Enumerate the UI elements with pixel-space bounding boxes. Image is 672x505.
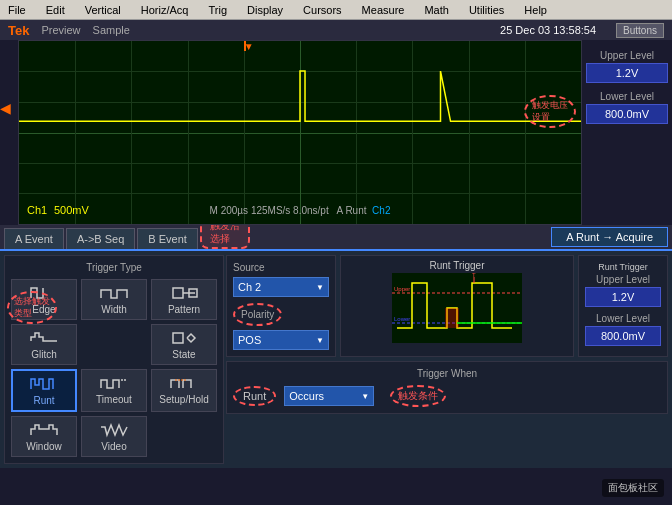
level-arrow-icon: ◀ — [0, 100, 11, 116]
watermark: 面包板社区 — [602, 479, 664, 497]
polarity-dropdown[interactable]: POS ▼ — [233, 330, 329, 350]
scope-grid: ▼ Ch1 500mV M 200µs 125MS/s 8.0ns/pt A R… — [18, 40, 582, 225]
ch1-value: 500mV — [54, 204, 89, 216]
menu-display[interactable]: Display — [243, 4, 287, 16]
source-dropdown[interactable]: Ch 2 ▼ — [233, 277, 329, 297]
occurs-dropdown-arrow: ▼ — [361, 392, 369, 401]
bottom-panel: Trigger Type Edge Width — [0, 251, 672, 468]
upper-level-label: Upper Level — [586, 50, 668, 61]
waveform-display — [19, 41, 581, 197]
lower-level-button[interactable]: 800.0mV — [586, 104, 668, 124]
source-polarity-panel: Source Ch 2 ▼ Polarity POS ▼ — [226, 255, 336, 357]
acquire-button[interactable]: A Runt → Acquire — [551, 227, 668, 247]
upper-level-button[interactable]: 1.2V — [586, 63, 668, 83]
menu-file[interactable]: File — [4, 4, 30, 16]
menu-trig[interactable]: Trig — [204, 4, 231, 16]
trigger-btn-glitch[interactable]: Glitch — [11, 324, 77, 365]
top-trigger-row: Source Ch 2 ▼ Polarity POS ▼ — [226, 255, 668, 357]
tab-a-b-seq[interactable]: A->B Seq — [66, 228, 135, 249]
menu-math[interactable]: Math — [420, 4, 452, 16]
trigger-when-row: Runt Occurs ▼ 触发条件 — [233, 385, 661, 407]
svg-rect-9 — [445, 308, 459, 328]
menu-vertical[interactable]: Vertical — [81, 4, 125, 16]
menu-horiz[interactable]: Horiz/Acq — [137, 4, 193, 16]
datetime-display: 25 Dec 03 13:58:54 — [500, 24, 596, 36]
left-panel: ◀ — [0, 40, 18, 225]
polarity-dropdown-arrow: ▼ — [316, 336, 324, 345]
right-trigger-panel: Source Ch 2 ▼ Polarity POS ▼ — [226, 255, 668, 464]
tab-b-event[interactable]: B Event — [137, 228, 198, 249]
level-panel-right: Runt Trigger Upper Level 1.2V Lower Leve… — [578, 255, 668, 357]
trigger-when-title: Trigger When — [233, 368, 661, 379]
trigger-type-title: Trigger Type — [11, 262, 217, 273]
trigger-btn-runt[interactable]: Runt — [11, 369, 77, 412]
svg-rect-3 — [173, 333, 183, 343]
svg-text:Lower: Lower — [394, 316, 410, 322]
lower-level-label: Lower Level — [586, 91, 668, 102]
source-dropdown-arrow: ▼ — [316, 283, 324, 292]
occurs-dropdown[interactable]: Occurs ▼ — [284, 386, 374, 406]
runt-upper-level-button[interactable]: 1.2V — [585, 287, 661, 307]
trigger-type-grid: Edge Width Pattern — [11, 279, 217, 457]
trigger-btn-pattern[interactable]: Pattern — [151, 279, 217, 320]
preview-label: Preview — [41, 24, 80, 36]
buttons-button[interactable]: Buttons — [616, 23, 664, 38]
runt-lower-level-button[interactable]: 800.0mV — [585, 326, 661, 346]
trigger-btn-edge[interactable]: Edge — [11, 279, 77, 320]
menu-cursors[interactable]: Cursors — [299, 4, 346, 16]
runt-display: Runt Trigger T — [340, 255, 574, 357]
polarity-label: Polarity — [237, 307, 278, 322]
runt-label-circle: Runt — [233, 386, 276, 406]
menu-help[interactable]: Help — [520, 4, 551, 16]
runt-title: Runt Trigger — [345, 260, 569, 271]
upper-level-box: Upper Level 1.2V — [586, 50, 668, 83]
svg-rect-0 — [173, 288, 183, 298]
source-label: Source — [233, 262, 329, 273]
menu-measure[interactable]: Measure — [358, 4, 409, 16]
sample-label: Sample — [93, 24, 130, 36]
trigger-btn-video[interactable]: Video — [81, 416, 147, 457]
ch1-label: Ch1 — [27, 204, 47, 216]
menu-edit[interactable]: Edit — [42, 4, 69, 16]
svg-text:T: T — [472, 273, 476, 278]
trigger-when-panel: Trigger When Runt Occurs ▼ 触发条件 — [226, 361, 668, 414]
runt-ll-label: Lower Level — [585, 313, 661, 324]
trigger-condition-annotation: 触发条件 — [390, 385, 446, 407]
runt-upper-level-label: Runt Trigger Upper Level 1.2V — [585, 262, 661, 307]
trigger-btn-timeout[interactable]: Timeout — [81, 369, 147, 412]
svg-text:Upper: Upper — [394, 286, 410, 292]
menu-utilities[interactable]: Utilities — [465, 4, 508, 16]
menu-bar: File Edit Vertical Horiz/Acq Trig Displa… — [0, 0, 672, 20]
runt-diagram: T Upper Lower — [345, 273, 569, 343]
tab-bar: A Event A->B Seq B Event 触发沿选择 A Runt → … — [0, 225, 672, 251]
trigger-btn-setuphold[interactable]: Setup/Hold — [151, 369, 217, 412]
trigger-btn-width[interactable]: Width — [81, 279, 147, 320]
trigger-btn-window[interactable]: Window — [11, 416, 77, 457]
status-bar: Tek Preview Sample 25 Dec 03 13:58:54 Bu… — [0, 20, 672, 40]
scope-area: ◀ ▼ Ch1 — [0, 40, 672, 225]
tab-a-event[interactable]: A Event — [4, 228, 64, 249]
right-levels-panel: Upper Level 1.2V Lower Level 800.0mV 触发电… — [582, 40, 672, 225]
trigger-btn-state[interactable]: State — [151, 324, 217, 365]
measure-info: M 200µs 125MS/s 8.0ns/pt A Runt Ch2 — [210, 205, 391, 216]
runt-ul-label: Upper Level — [585, 274, 661, 285]
tek-logo: Tek — [8, 23, 29, 38]
trigger-type-panel: Trigger Type Edge Width — [4, 255, 224, 464]
runt-lower-level-group: Lower Level 800.0mV — [585, 313, 661, 346]
lower-level-box: Lower Level 800.0mV — [586, 91, 668, 124]
